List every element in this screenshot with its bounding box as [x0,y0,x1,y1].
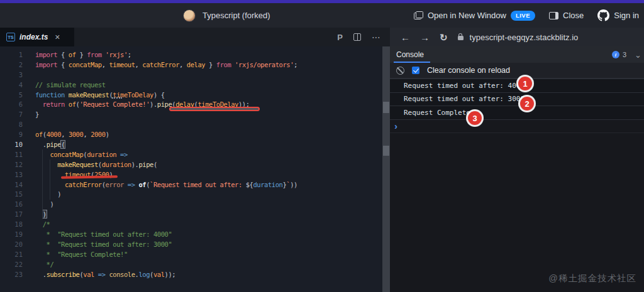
code-line[interactable]: 21 * "Request Complete!" [0,249,382,259]
line-number: 16 [0,200,23,208]
clear-on-reload-label: Clear console on reload [427,66,510,75]
chevron-down-icon[interactable]: ⌄ [635,50,641,60]
info-icon: i [612,51,619,58]
line-number: 22 [0,261,23,268]
console-logs: Request timed out after: 4000Request tim… [390,78,644,120]
close-label: Close [563,11,584,20]
user-avatar[interactable] [183,9,196,22]
console-message-count: 3 [623,51,626,58]
console-panel: Console i 3 ⌄ Clear console on reload Re… [390,46,644,292]
line-number: 14 [0,181,23,188]
tab-close-icon[interactable]: × [55,32,60,42]
code-line[interactable]: 8 [0,119,382,129]
watermark: @稀土掘金技术社区 [548,273,636,284]
console-header-right: i 3 ⌄ [612,50,639,60]
code-line[interactable]: 10 .pipe( [0,139,382,149]
line-number: 20 [0,241,23,248]
code-line[interactable]: 16 ) [0,199,382,209]
code-line[interactable]: 2import { concatMap, timeout, catchError… [0,60,382,70]
project-title-group: Typescript (forked) [183,3,270,28]
annotation-badge-1: 1 [518,77,532,90]
code-line[interactable]: 4// simulate request [0,80,382,90]
console-toolbar: Clear console on reload [390,63,644,78]
stackblitz-window: Typescript (forked) Open in New Window L… [0,0,644,292]
line-number: 17 [0,210,23,218]
code-area: 1import { of } from 'rxjs';2import { con… [0,46,382,279]
red-annotation-underline-delay [169,107,260,111]
split-editor-icon[interactable] [353,33,361,41]
line-number: 7 [0,111,23,118]
code-line[interactable]: 15 ) [0,189,382,199]
line-number: 3 [0,71,23,78]
clear-on-reload-checkbox[interactable] [412,67,419,74]
sign-in-button[interactable]: Sign in [594,7,643,24]
code-line[interactable]: 5function makeRequest(timeToDelay) { [0,90,382,100]
indent-guide [42,149,43,219]
prettier-icon[interactable]: P [337,33,343,42]
line-number: 23 [0,271,23,278]
more-options-icon[interactable]: ⋯ [372,32,381,42]
code-line[interactable]: 18 /* [0,219,382,229]
open-in-new-window-icon [414,11,423,19]
close-panel-icon [549,12,558,19]
code-editor[interactable]: 1import { of } from 'rxjs';2import { con… [0,46,382,292]
header-bar: Typescript (forked) Open in New Window L… [0,3,644,28]
annotation-badge-3: 3 [468,111,482,125]
code-line[interactable]: 13 timeout(2500), [0,170,382,180]
live-badge: LIVE [511,11,535,21]
github-icon [597,9,609,21]
code-line[interactable]: 12 makeRequest(duration).pipe( [0,160,382,170]
console-prompt-row[interactable]: › [390,120,644,133]
open-in-new-window-label: Open in New Window [428,11,506,20]
line-number: 13 [0,171,23,178]
preview-url[interactable]: typescript-eegqyz.stackblitz.io [470,33,579,42]
tab-and-browser-row: TS index.ts × P ⋯ ← → ↻ typescript-eegqy… [0,28,644,46]
line-number: 4 [0,81,23,89]
code-line[interactable]: 23 .subscribe(val => console.log(val)); [0,269,382,279]
close-button[interactable]: Close [545,8,587,23]
code-line[interactable]: 1import { of } from 'rxjs'; [0,50,382,60]
line-number: 15 [0,190,23,198]
code-line[interactable]: 19 * "Request timed out after: 4000" [0,229,382,239]
back-icon[interactable]: ← [401,33,410,42]
line-number: 2 [0,61,23,68]
line-number: 12 [0,161,23,168]
line-number: 8 [0,121,23,128]
code-line[interactable]: 3 [0,70,382,80]
code-line[interactable]: 17 ) [0,209,382,219]
line-number: 18 [0,220,23,228]
tab-index-ts[interactable]: TS index.ts × [0,28,74,46]
code-line[interactable]: 11 concatMap(duration => [0,149,382,160]
clear-console-icon[interactable] [396,67,404,75]
sign-in-label: Sign in [614,11,639,20]
line-number: 11 [0,151,23,158]
preview-browser-bar: ← → ↻ typescript-eegqyz.stackblitz.io [390,28,644,46]
editor-toolbar-icons: P ⋯ [337,28,390,46]
tab-console[interactable]: Console [395,46,425,63]
scrollbar-thumb[interactable] [383,102,389,113]
code-line[interactable]: 20 * "Request timed out after: 3000" [0,239,382,249]
lock-icon [458,36,464,40]
code-line[interactable]: 22 */ [0,259,382,269]
editor-tab-bar: TS index.ts × P ⋯ [0,28,390,46]
editor-scrollbar[interactable] [382,46,390,292]
console-log-row[interactable]: Request timed out after: 3000 [390,93,644,107]
reload-icon[interactable]: ↻ [440,33,448,42]
header-actions: Open in New Window LIVE Close Sign in [410,3,644,28]
line-number: 21 [0,251,23,258]
parameter-hint-underline [112,97,122,99]
indent-guide [50,160,50,200]
line-number: 9 [0,131,23,138]
line-number: 10 [0,141,23,148]
project-title: Typescript (forked) [203,11,270,20]
forward-icon[interactable]: → [420,33,430,42]
console-log-row[interactable]: Request timed out after: 4000 [390,79,644,93]
code-line[interactable]: 9of(4000, 3000, 2000) [0,129,382,139]
open-in-new-window-button[interactable]: Open in New Window LIVE [410,8,539,23]
line-number: 6 [0,100,23,108]
console-header: Console i 3 ⌄ [390,46,644,63]
scrollbar-thumb[interactable] [383,146,389,156]
main-area: 1import { of } from 'rxjs';2import { con… [0,46,644,292]
code-line[interactable]: 14 catchError(error => of(`Request timed… [0,180,382,190]
console-log-row[interactable]: Request Complete! [390,106,644,120]
